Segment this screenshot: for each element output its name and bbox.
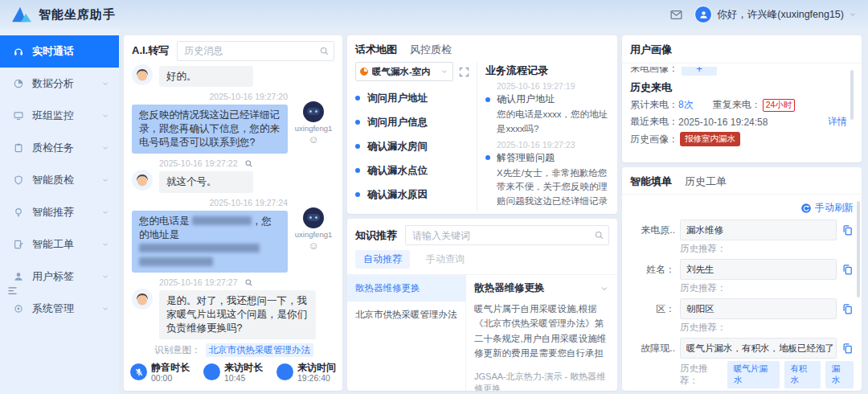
sidebar-item-智能工单[interactable]: 智能工单 xyxy=(0,228,119,261)
logo-mountain-icon xyxy=(11,6,32,23)
history-portrait-badge[interactable]: 报修室内漏水 xyxy=(680,132,740,146)
record-body: 您的电话是xxxx，您的地址是xxxx吗? xyxy=(485,108,609,137)
sidebar-item-label: 质检任务 xyxy=(32,141,101,155)
doc-edit-icon xyxy=(13,239,24,250)
knowledge-detail-body: 暖气片属于自用采暖设施,根据《北京市供热采暖管理办法》第二十条规定,用户自用采暖… xyxy=(474,302,609,361)
sidebar-item-智能推荐[interactable]: 智能推荐 xyxy=(0,196,119,228)
field-input[interactable]: 暖气片漏水，有积水，地板已经泡了 xyxy=(680,338,837,359)
repeat-call-label: 重复来电： xyxy=(713,98,761,112)
scenario-select[interactable]: 暖气漏水-室内 xyxy=(355,62,453,81)
message-bubble: 您的电话是 ，您的地址是 xyxy=(132,211,288,273)
chat-message: 2025-10-16 19:27:24您的电话是 ，您的地址是 uxingfen… xyxy=(132,196,334,273)
sidebar-item-系统管理[interactable]: 系统管理 xyxy=(0,293,119,325)
tab-risk-qc[interactable]: 风控质检 xyxy=(410,43,452,57)
manual-refresh-button[interactable]: 手动刷新 xyxy=(630,201,854,215)
field-label: 来电原.. xyxy=(630,224,675,237)
record-time: 2025-10-16 19:27:23 xyxy=(485,140,609,150)
sidebar: 实时通话数据分析班组监控质检任务智能质检智能推荐智能工单用户标签系统管理 xyxy=(0,29,119,394)
tab-history-ticket[interactable]: 历史工单 xyxy=(685,174,727,189)
knowledge-item[interactable]: 散热器维修更换 xyxy=(347,275,465,302)
tab-auto-recommend[interactable]: 自动推荐 xyxy=(355,250,410,269)
smiley-icon[interactable]: ☺ xyxy=(308,240,318,251)
history-recommend-label: 历史推荐： xyxy=(680,282,727,294)
script-step[interactable]: 确认漏水点位 xyxy=(355,158,470,183)
add-portrait-button[interactable]: + xyxy=(682,67,717,76)
tab-smart-ticket[interactable]: 智能填单 xyxy=(630,174,672,189)
history-search-input[interactable] xyxy=(177,41,334,61)
sidebar-item-班组监控[interactable]: 班组监控 xyxy=(0,100,119,132)
tab-ai-transcribe[interactable]: A.I.转写 xyxy=(132,43,169,58)
sidebar-collapse-icon[interactable] xyxy=(6,285,18,297)
smiley-icon[interactable]: ☺ xyxy=(308,134,318,145)
sidebar-item-智能质检[interactable]: 智能质检 xyxy=(0,164,119,196)
keyword-search-input[interactable] xyxy=(405,225,609,245)
knowledge-item[interactable]: 北京市供热采暖管理办法 xyxy=(347,302,465,328)
chevron-down-icon xyxy=(101,176,109,184)
chat-message: 2025-10-16 19:27:27是的。对了，我还想问一下，我家暖气片出现这… xyxy=(132,276,334,339)
tab-script-map[interactable]: 话术地图 xyxy=(355,43,397,57)
field-history-row: 历史推荐： xyxy=(680,282,854,294)
sidebar-item-质检任务[interactable]: 质检任务 xyxy=(0,132,119,164)
record-title: 解答理赔问题 xyxy=(497,151,555,165)
call-stats: 静音时长00:00来访时长10:45来访时间19:26:40 xyxy=(124,357,342,391)
record-dot-icon xyxy=(485,97,490,102)
agent-bot-avatar xyxy=(303,207,324,228)
copy-icon[interactable] xyxy=(841,264,854,276)
field-input[interactable]: 漏水维修 xyxy=(680,220,837,240)
stat-label: 静音时长 xyxy=(151,362,190,373)
record-body: X先生/女士，非常抱歉给您带来不便，关于您反映的理赔问题我这边已经详细记录清楚，… xyxy=(485,166,609,211)
field-history-row: 历史推荐：暖气片漏水有积水漏水 xyxy=(680,361,854,388)
chevron-down-icon xyxy=(101,208,109,216)
record-title: 确认用户地址 xyxy=(497,92,555,106)
script-step[interactable]: 询问用户信息 xyxy=(355,110,470,134)
scrollbar[interactable] xyxy=(857,201,860,298)
sidebar-item-label: 数据分析 xyxy=(32,76,101,91)
history-tag[interactable]: 漏水 xyxy=(825,361,854,388)
field-input[interactable]: 朝阳区 xyxy=(680,298,837,319)
recent-call-label: 最近来电： xyxy=(630,115,678,129)
history-tag[interactable]: 暖气片漏水 xyxy=(727,361,779,388)
script-step[interactable]: 确认漏水房间 xyxy=(355,134,470,158)
step-dot-icon xyxy=(355,144,360,149)
stat-label: 来访时长 xyxy=(224,362,263,373)
message-bubble: 您反映的情况我这边已经详细记录，跟您再确认下信息，您的来电号码是否可以联系到您? xyxy=(132,105,288,154)
zoom-in-icon[interactable] xyxy=(244,159,253,168)
user-icon xyxy=(13,271,24,282)
intent-link[interactable]: 北京市供热采暖管理办法 xyxy=(206,343,314,357)
script-step[interactable]: 确认漏水原因 xyxy=(355,183,470,207)
search-icon[interactable] xyxy=(319,45,330,60)
agent-name: uxingfeng1 xyxy=(295,230,332,239)
headset-icon xyxy=(13,46,24,57)
call-stat-来访时间: 来访时间19:26:40 xyxy=(276,362,336,384)
chevron-down-icon xyxy=(101,112,109,120)
field-input[interactable]: 刘先生 xyxy=(680,259,837,280)
sidebar-item-实时通话[interactable]: 实时通话 xyxy=(0,35,119,68)
avatar xyxy=(694,6,712,23)
chat-messages: …2025-10-16 19:27:18好的。2025-10-16 19:27:… xyxy=(124,64,342,343)
gear-icon xyxy=(13,303,24,314)
field-label: 姓名： xyxy=(630,263,675,277)
call-portrait-label: 来电画像： xyxy=(630,67,678,76)
expand-icon[interactable] xyxy=(458,66,470,78)
keyword-search xyxy=(405,225,609,245)
ticket-field: 区：朝阳区 xyxy=(630,298,854,319)
script-step[interactable]: 询问用户地址 xyxy=(355,86,470,110)
mail-icon[interactable] xyxy=(669,8,683,22)
tab-manual-query[interactable]: 手动查询 xyxy=(418,250,473,269)
history-tag[interactable]: 有积水 xyxy=(784,361,821,388)
scrollbar[interactable] xyxy=(850,70,854,120)
detail-link[interactable]: 详情 xyxy=(828,115,847,129)
copy-icon[interactable] xyxy=(841,303,854,315)
chevron-down-icon[interactable] xyxy=(600,284,609,293)
chevron-down-icon xyxy=(101,273,109,281)
sidebar-nav: 实时通话数据分析班组监控质检任务智能质检智能推荐智能工单用户标签系统管理 xyxy=(0,35,119,325)
zoom-in-icon[interactable] xyxy=(244,278,253,287)
copy-icon[interactable] xyxy=(841,224,854,236)
agent-bot-avatar xyxy=(303,101,324,122)
user-menu[interactable]: 你好，许兴峰(xuxingfeng15) xyxy=(694,6,857,23)
copy-icon[interactable] xyxy=(841,343,854,355)
transcript-panel: A.I.转写 …2025-10-16 19:27:18好的。2025-10-16… xyxy=(124,35,342,391)
search-icon[interactable] xyxy=(594,229,604,244)
sidebar-item-数据分析[interactable]: 数据分析 xyxy=(0,68,119,100)
phone-icon xyxy=(276,363,293,380)
